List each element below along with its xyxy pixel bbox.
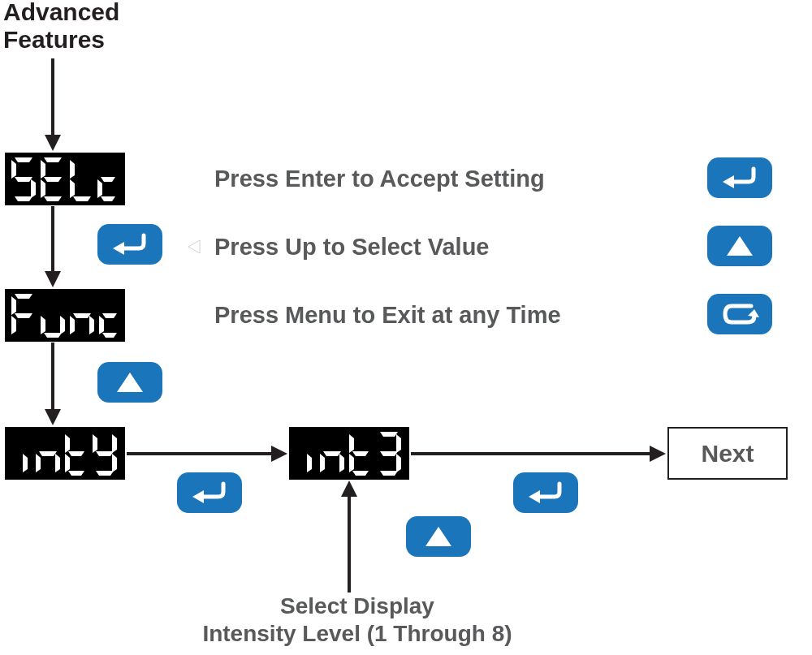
arrow-title-to-selc	[45, 58, 61, 152]
svg-marker-39	[39, 451, 57, 456]
legend-enter-button[interactable]	[707, 157, 772, 198]
svg-marker-32	[102, 313, 117, 318]
lcd-selc-glyphs	[8, 157, 122, 201]
svg-marker-63	[396, 434, 401, 453]
svg-marker-33	[99, 316, 104, 334]
svg-marker-66	[380, 471, 398, 476]
svg-marker-30	[70, 316, 75, 334]
svg-marker-16	[97, 179, 102, 198]
svg-marker-28	[44, 333, 62, 338]
enter-button-step-1[interactable]	[97, 224, 162, 265]
lcd-int3-glyphs	[292, 432, 406, 476]
svg-marker-8	[41, 160, 45, 179]
svg-marker-24	[15, 313, 32, 318]
arrow-int3-to-next	[411, 446, 666, 462]
svg-marker-6	[15, 196, 32, 201]
svg-marker-74	[727, 236, 753, 256]
svg-marker-2	[15, 157, 32, 162]
svg-marker-64	[380, 451, 398, 456]
svg-marker-7	[44, 157, 62, 162]
svg-marker-53	[192, 490, 204, 503]
arrow-annotation-to-int3	[341, 480, 357, 593]
up-triangle-icon	[424, 525, 453, 548]
svg-marker-48	[96, 451, 114, 456]
up-button-step-2[interactable]	[97, 362, 162, 403]
svg-marker-13	[70, 179, 75, 198]
lcd-inty-glyphs	[8, 432, 122, 476]
svg-marker-20	[113, 242, 124, 255]
svg-marker-5	[31, 179, 36, 198]
enter-button-step-3[interactable]	[177, 472, 242, 513]
svg-marker-36	[45, 409, 61, 425]
enter-icon	[111, 232, 149, 256]
svg-marker-45	[68, 471, 84, 476]
svg-marker-44	[65, 454, 70, 472]
svg-marker-19	[45, 271, 61, 287]
title-line-2: Features	[3, 26, 119, 54]
svg-marker-21	[188, 240, 200, 253]
up-triangle-icon	[115, 371, 145, 394]
enter-icon	[721, 166, 758, 190]
svg-marker-60	[349, 454, 354, 472]
svg-marker-49	[112, 454, 117, 472]
title-block: Advanced Features	[3, 0, 119, 54]
instruction-enter: Press Enter to Accept Setting	[214, 166, 545, 192]
svg-marker-11	[44, 196, 62, 201]
svg-marker-37	[117, 373, 143, 392]
svg-marker-62	[380, 432, 398, 437]
enter-button-step-4[interactable]	[513, 472, 578, 513]
svg-marker-73	[723, 175, 734, 188]
svg-marker-46	[93, 434, 97, 453]
svg-marker-70	[425, 527, 451, 546]
annotation-line-2: Intensity Level (1 Through 8)	[195, 620, 520, 648]
svg-marker-47	[112, 434, 117, 453]
lcd-int3	[289, 427, 409, 480]
up-triangle-icon	[725, 235, 754, 257]
svg-marker-58	[349, 434, 354, 453]
svg-marker-41	[55, 454, 60, 472]
svg-marker-75	[748, 309, 759, 317]
legend-up-button[interactable]	[707, 226, 772, 266]
svg-marker-14	[73, 196, 91, 201]
svg-marker-40	[36, 454, 41, 472]
svg-marker-1	[45, 135, 61, 151]
instruction-menu: Press Menu to Exit at any Time	[214, 302, 561, 329]
svg-marker-59	[352, 451, 369, 456]
instruction-up: Press Up to Select Value	[214, 234, 489, 261]
svg-marker-17	[101, 196, 115, 201]
arrow-inty-to-int3	[127, 446, 287, 462]
svg-marker-15	[101, 177, 115, 182]
svg-marker-25	[11, 316, 16, 334]
svg-marker-54	[307, 454, 312, 472]
legend-menu-button[interactable]	[707, 294, 772, 334]
next-box: Next	[667, 427, 788, 480]
svg-marker-56	[320, 454, 325, 472]
svg-marker-38	[23, 454, 28, 472]
svg-marker-43	[68, 451, 84, 456]
lcd-func-glyphs	[8, 294, 122, 338]
svg-marker-23	[11, 296, 16, 315]
menu-loop-icon	[720, 301, 759, 327]
svg-marker-9	[44, 177, 62, 182]
lcd-selc	[5, 153, 125, 205]
svg-marker-52	[271, 446, 287, 462]
annotation-line-1: Select Display	[195, 593, 520, 620]
enter-icon	[191, 480, 228, 505]
lcd-func	[5, 289, 125, 342]
annotation-block: Select Display Intensity Level (1 Throug…	[195, 593, 520, 647]
next-label: Next	[701, 440, 754, 468]
title-line-1: Advanced	[3, 0, 119, 26]
lcd-inty	[5, 427, 125, 480]
svg-marker-50	[96, 471, 114, 476]
svg-marker-69	[529, 490, 540, 503]
up-button-select-intensity[interactable]	[406, 516, 471, 557]
svg-marker-4	[15, 177, 32, 182]
pointer-triangle	[188, 240, 201, 256]
svg-marker-55	[323, 451, 341, 456]
svg-marker-22	[15, 294, 32, 299]
svg-marker-68	[650, 446, 666, 462]
svg-marker-27	[60, 316, 65, 334]
arrow-selc-to-func	[45, 206, 61, 287]
svg-marker-34	[102, 333, 117, 338]
svg-marker-26	[41, 316, 45, 334]
